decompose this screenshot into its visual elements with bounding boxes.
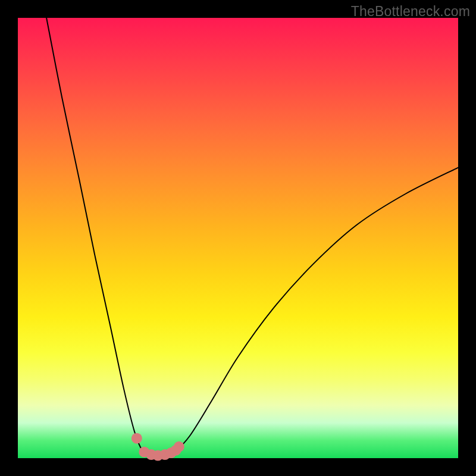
highlight-markers bbox=[131, 433, 184, 461]
chart-curve-svg bbox=[18, 18, 458, 458]
watermark-text: TheBottleneck.com bbox=[351, 4, 470, 20]
highlight-marker bbox=[174, 441, 184, 452]
bottleneck-curve bbox=[46, 18, 458, 456]
highlight-marker bbox=[131, 433, 142, 444]
chart-frame: TheBottleneck.com bbox=[0, 0, 476, 476]
